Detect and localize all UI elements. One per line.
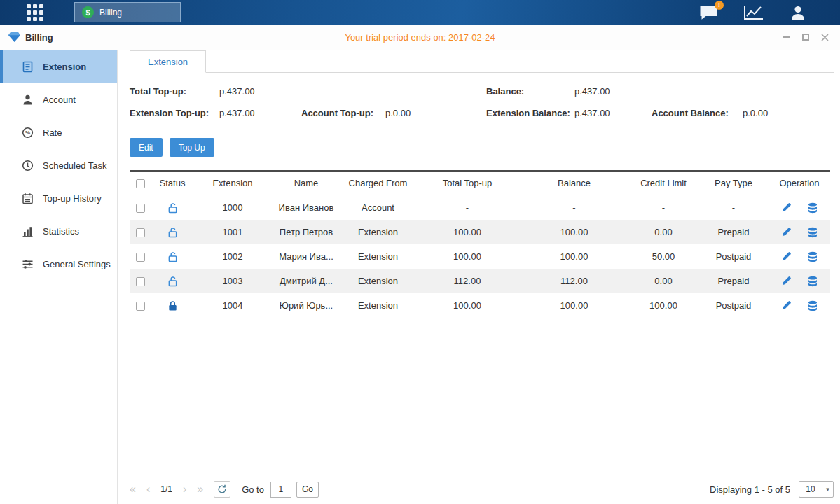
- pay-type-cell: Postpaid: [698, 300, 769, 311]
- table-row[interactable]: 1001 Петр Петров Extension 100.00 100.00…: [130, 220, 830, 244]
- notifications-chat-icon[interactable]: !: [699, 5, 718, 20]
- pay-type-cell: -: [698, 202, 769, 213]
- table-body: 1000 Иван Иванов Account - - - - 1001 Пе…: [130, 195, 830, 318]
- edit-icon[interactable]: [781, 276, 792, 286]
- prev-page-icon[interactable]: ‹: [146, 484, 150, 495]
- table-row[interactable]: 1004 Юрий Юрь... Extension 100.00 100.00…: [130, 293, 830, 318]
- row-checkbox[interactable]: [136, 204, 145, 213]
- svg-text:%: %: [25, 130, 29, 136]
- total-topup-value: p.437.00: [219, 86, 301, 97]
- column-header: Charged From: [341, 178, 415, 188]
- row-checkbox[interactable]: [136, 253, 145, 262]
- table-row[interactable]: 1000 Иван Иванов Account - - - -: [130, 195, 830, 220]
- billing-app-tab[interactable]: $ Billing: [74, 2, 181, 22]
- column-header: Credit Limit: [628, 178, 698, 188]
- edit-icon[interactable]: [781, 227, 792, 237]
- last-page-icon[interactable]: »: [197, 484, 203, 495]
- user-account-icon[interactable]: [790, 4, 806, 21]
- sidebar-item-extension[interactable]: Extension: [0, 50, 117, 83]
- edit-button[interactable]: Edit: [130, 138, 163, 157]
- extension-cell: 1000: [194, 202, 271, 213]
- minimize-icon[interactable]: [783, 33, 790, 41]
- row-checkbox[interactable]: [136, 228, 145, 237]
- refresh-icon[interactable]: [214, 481, 230, 498]
- sidebar-item-topup-history[interactable]: Top-up History: [0, 182, 117, 215]
- rate-icon: %: [21, 127, 34, 139]
- topup-record-icon[interactable]: [807, 251, 818, 262]
- charged-from-cell: Extension: [341, 227, 415, 237]
- edit-icon[interactable]: [781, 202, 792, 213]
- unlocked-icon: [167, 202, 178, 214]
- extension-table: StatusExtensionNameCharged FromTotal Top…: [130, 170, 830, 318]
- table-row[interactable]: 1003 Дмитрий Д... Extension 112.00 112.0…: [130, 269, 830, 293]
- credit-limit-cell: -: [628, 202, 698, 213]
- maximize-icon[interactable]: [802, 33, 809, 41]
- sidebar-item-statistics[interactable]: Statistics: [0, 215, 117, 248]
- account-topup-value: p.0.00: [385, 108, 486, 118]
- extension-cell: 1003: [194, 276, 271, 286]
- column-header: Pay Type: [698, 178, 769, 188]
- notification-badge: !: [715, 1, 724, 10]
- topup-record-icon[interactable]: [807, 300, 818, 312]
- person-icon: [21, 94, 34, 106]
- balance-value: p.437.00: [574, 86, 652, 97]
- sidebar: Extension Account % Rate Scheduled Task …: [0, 50, 118, 504]
- balance-cell: 112.00: [520, 276, 628, 286]
- goto-page-input[interactable]: [270, 482, 291, 498]
- balance-cell: 100.00: [520, 251, 628, 262]
- tab-extension[interactable]: Extension: [130, 50, 206, 73]
- topup-record-icon[interactable]: [807, 202, 818, 214]
- sidebar-item-scheduled-task[interactable]: Scheduled Task: [0, 149, 117, 182]
- total-topup-cell: -: [415, 202, 520, 213]
- locked-icon: [167, 300, 178, 312]
- sidebar-item-label: Statistics: [43, 226, 79, 237]
- extension-topup-value: p.437.00: [219, 108, 301, 118]
- sidebar-item-general-settings[interactable]: General Settings: [0, 248, 117, 281]
- table-row[interactable]: 1002 Мария Ива... Extension 100.00 100.0…: [130, 244, 830, 269]
- unlocked-icon: [167, 227, 178, 238]
- extension-topup-label: Extension Top-up:: [130, 108, 219, 118]
- row-checkbox[interactable]: [136, 302, 145, 311]
- edit-icon[interactable]: [781, 251, 792, 262]
- pay-type-cell: Postpaid: [698, 251, 769, 262]
- topup-record-icon[interactable]: [807, 276, 818, 287]
- table-header: StatusExtensionNameCharged FromTotal Top…: [130, 170, 830, 195]
- balance-cell: 100.00: [520, 300, 628, 311]
- account-topup-label: Account Top-up:: [301, 108, 385, 118]
- total-topup-cell: 112.00: [415, 276, 520, 286]
- tab-bar: Extension: [130, 50, 834, 73]
- balance-cell: 100.00: [520, 227, 628, 237]
- extension-cell: 1002: [194, 251, 271, 262]
- select-all-checkbox[interactable]: [136, 179, 145, 188]
- close-icon[interactable]: [821, 33, 829, 41]
- edit-icon[interactable]: [781, 300, 792, 311]
- sidebar-item-label: General Settings: [43, 259, 111, 270]
- total-topup-cell: 100.00: [415, 300, 520, 311]
- credit-limit-cell: 0.00: [628, 227, 698, 237]
- first-page-icon[interactable]: «: [130, 484, 136, 495]
- window-title: Billing: [25, 32, 53, 43]
- total-topup-cell: 100.00: [415, 251, 520, 262]
- pay-type-cell: Prepaid: [698, 276, 769, 286]
- topup-button[interactable]: Top Up: [170, 138, 214, 157]
- credit-limit-cell: 0.00: [628, 276, 698, 286]
- column-header: Status: [151, 178, 194, 188]
- column-header: Total Top-up: [415, 178, 520, 188]
- page-size-dropdown[interactable]: 10 ▼: [799, 481, 834, 498]
- go-button[interactable]: Go: [296, 482, 319, 498]
- clock-icon: [21, 160, 34, 172]
- statistics-chart-icon[interactable]: [743, 5, 764, 20]
- credit-limit-cell: 50.00: [628, 251, 698, 262]
- sidebar-item-rate[interactable]: % Rate: [0, 116, 117, 149]
- sidebar-item-account[interactable]: Account: [0, 83, 117, 116]
- goto-label: Go to: [242, 484, 264, 495]
- topup-record-icon[interactable]: [807, 227, 818, 238]
- trial-notice: Your trial period ends on: 2017-02-24: [0, 32, 840, 43]
- row-checkbox[interactable]: [136, 277, 145, 286]
- extension-balance-value: p.437.00: [574, 108, 652, 118]
- page-size-value: 10: [799, 484, 822, 494]
- next-page-icon[interactable]: ›: [183, 484, 186, 495]
- pay-type-cell: Prepaid: [698, 227, 769, 237]
- app-grid-icon[interactable]: [27, 4, 43, 21]
- column-header: Name: [271, 178, 341, 188]
